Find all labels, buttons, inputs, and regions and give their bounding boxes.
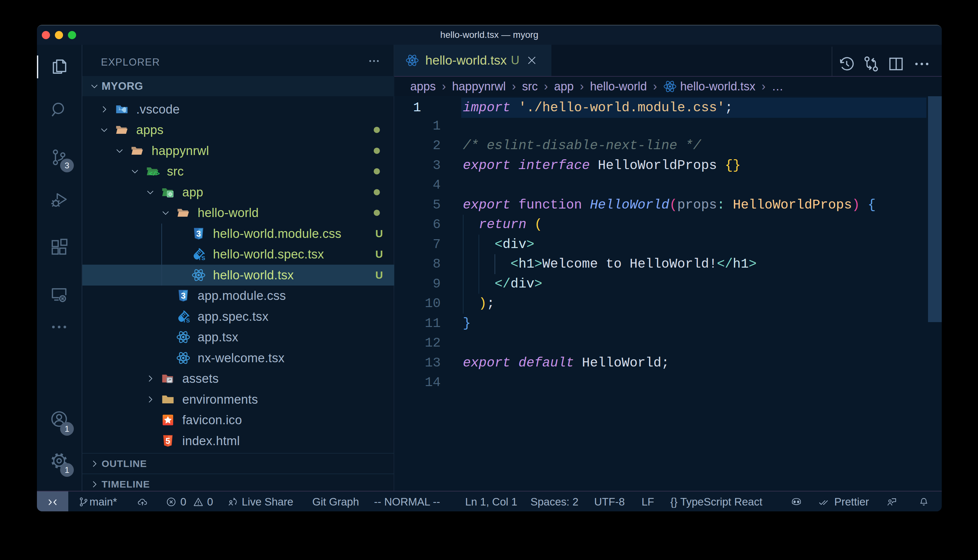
svg-text:TS: TS (182, 317, 190, 324)
svg-text:3: 3 (181, 291, 186, 300)
svg-text:3: 3 (196, 229, 201, 238)
svg-text:5: 5 (166, 436, 170, 445)
svg-text:</>: </> (149, 171, 160, 178)
svg-text:TS: TS (198, 255, 205, 262)
